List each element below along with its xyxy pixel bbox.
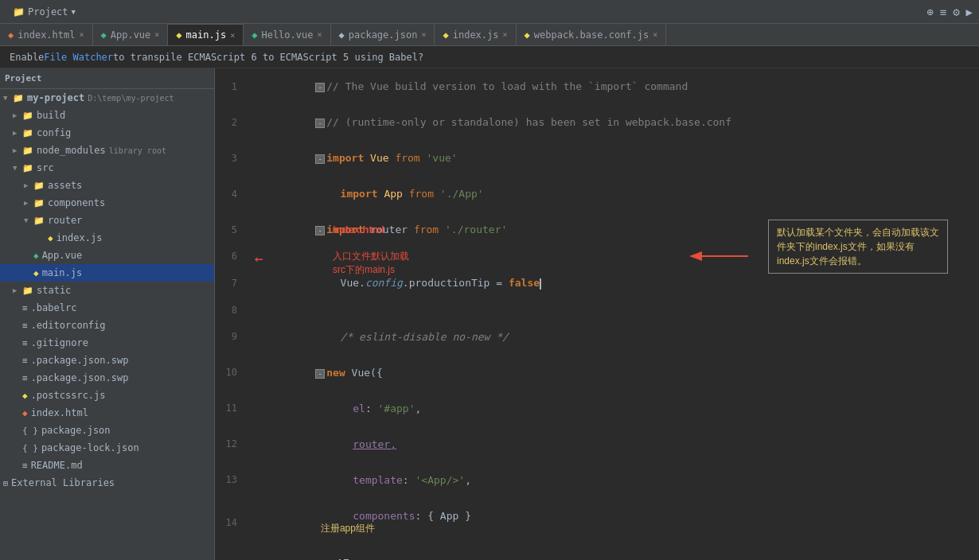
sidebar-item-editorconfig[interactable]: ≡ .editorconfig xyxy=(0,317,214,334)
line-number: 11 xyxy=(215,391,247,426)
expand-arrow: ▶ xyxy=(13,111,22,119)
item-label: index.html xyxy=(31,407,88,418)
item-label: src xyxy=(37,162,54,173)
new-file-icon[interactable]: ⊕ xyxy=(926,6,933,18)
file-icon: ≡ xyxy=(22,321,28,331)
line-content: template: '<App/>', xyxy=(247,462,979,498)
sidebar-item-router[interactable]: ▼ 📁 router xyxy=(0,212,214,229)
json-icon: ◆ xyxy=(339,29,345,41)
project-label[interactable]: 📁 Project ▼ xyxy=(6,6,82,18)
run-icon[interactable]: ▶ xyxy=(966,6,973,18)
external-libraries[interactable]: ⊞ External Libraries xyxy=(0,474,214,492)
close-tab-icon[interactable]: × xyxy=(79,30,84,39)
info-text-before: Enable xyxy=(10,52,44,63)
expand-arrow: ▼ xyxy=(3,94,13,102)
project-dropdown-icon[interactable]: ▼ xyxy=(72,8,76,16)
sidebar-item-readme[interactable]: ≡ README.md xyxy=(0,457,214,474)
sidebar-item-components[interactable]: ▶ 📁 components xyxy=(0,194,214,212)
code-line-1: 1 -// The Vue build version to load with… xyxy=(215,68,979,104)
line-number: 8 xyxy=(215,301,247,319)
sidebar-item-pkg-swp1[interactable]: ≡ .package.json.swp xyxy=(0,352,214,369)
folder-icon: 📁 xyxy=(22,286,33,296)
fold-icon[interactable]: - xyxy=(315,154,325,164)
file-icon: ≡ xyxy=(22,373,28,383)
sidebar-item-build[interactable]: ▶ 📁 build xyxy=(0,107,214,124)
close-tab-icon[interactable]: × xyxy=(503,30,508,39)
sidebar-item-package-lock[interactable]: { } package-lock.json xyxy=(0,439,214,457)
tab-index-html[interactable]: ◆ index.html × xyxy=(0,24,93,46)
sidebar-item-main-js[interactable]: ◆ main.js xyxy=(0,264,214,282)
fold-icon[interactable]: - xyxy=(315,369,325,379)
code-line-9: 9 /* eslint-disable no-new */ xyxy=(215,319,979,355)
folder-icon: 📁 xyxy=(22,111,33,121)
code-line-10: 10 -new Vue({ xyxy=(215,355,979,391)
close-tab-icon[interactable]: × xyxy=(421,30,426,39)
file-icon: ≡ xyxy=(22,338,28,348)
folder-icon: 📁 xyxy=(33,198,45,208)
sidebar-header: Project xyxy=(0,68,214,89)
line-content xyxy=(247,247,979,265)
expand-arrow: ▶ xyxy=(24,199,33,207)
code-line-4: 4 import App from './App' xyxy=(215,176,979,212)
fold-icon[interactable]: - xyxy=(315,226,325,235)
sidebar-item-assets[interactable]: ▶ 📁 assets xyxy=(0,177,214,194)
item-label: package-lock.json xyxy=(41,442,139,453)
folder-icon: 📁 xyxy=(22,146,33,156)
line-number: 2 xyxy=(215,104,247,140)
line-content: /* eslint-disable no-new */ xyxy=(247,319,979,355)
settings-icon[interactable]: ⚙ xyxy=(953,6,959,18)
sidebar-item-src[interactable]: ▼ 📁 src xyxy=(0,159,214,177)
sidebar-item-my-project[interactable]: ▼ 📁 my-project D:\temp\my-project xyxy=(0,89,214,107)
tab-index-js[interactable]: ◆ index.js × xyxy=(435,24,516,46)
line-content: -})▌ xyxy=(247,547,979,561)
code-line-13: 13 template: '<App/>', xyxy=(215,462,979,498)
expand-arrow: ▶ xyxy=(13,146,22,154)
line-number: 15 xyxy=(215,547,247,561)
line-content: components: { App } 注册app组件 xyxy=(247,498,979,547)
code-line-5: 5 -import router from './router' xyxy=(215,212,979,247)
line-number: 5 xyxy=(215,212,247,247)
code-editor[interactable]: 1 -// The Vue build version to load with… xyxy=(215,68,979,560)
code-line-2: 2 -// (runtime-only or standalone) has b… xyxy=(215,104,979,140)
line-content xyxy=(247,301,979,319)
item-label: .gitignore xyxy=(31,337,88,348)
sidebar-item-babelrc[interactable]: ≡ .babelrc xyxy=(0,299,214,317)
sidebar-item-config[interactable]: ▶ 📁 config xyxy=(0,124,214,142)
ext-lib-label: External Libraries xyxy=(11,477,115,488)
close-tab-icon[interactable]: × xyxy=(653,30,657,39)
close-tab-icon[interactable]: × xyxy=(154,30,159,39)
file-watcher-link[interactable]: File Watcher xyxy=(44,52,113,63)
sidebar-item-pkg-swp2[interactable]: ≡ .package.json.swp xyxy=(0,369,214,387)
line-number: 9 xyxy=(215,319,247,355)
item-label: build xyxy=(37,110,65,121)
sidebar-item-index-html[interactable]: ◆ index.html xyxy=(0,404,214,422)
title-bar: 📁 Project ▼ ⊕ ≡ ⚙ ▶ xyxy=(0,0,979,24)
sidebar-item-router-index[interactable]: ◆ index.js xyxy=(0,229,214,247)
sidebar-item-gitignore[interactable]: ≡ .gitignore xyxy=(0,334,214,352)
item-label: .editorconfig xyxy=(31,320,106,331)
tab-webpack-conf[interactable]: ◆ webpack.base.conf.js × xyxy=(517,24,667,46)
fold-icon[interactable]: - xyxy=(315,83,325,92)
tab-main-js[interactable]: ◆ main.js × xyxy=(168,24,244,46)
folder-icon: 📁 xyxy=(33,181,45,191)
sidebar-item-node-modules[interactable]: ▶ 📁 node_modules library root xyxy=(0,142,214,159)
js-icon: ◆ xyxy=(176,29,181,41)
tab-package-json[interactable]: ◆ package.json × xyxy=(331,24,435,46)
sidebar-item-static[interactable]: ▶ 📁 static xyxy=(0,282,214,299)
html-icon: ◆ xyxy=(8,29,14,41)
sidebar-item-package-json[interactable]: { } package.json xyxy=(0,422,214,439)
sidebar-item-app-vue[interactable]: ◆ App.vue xyxy=(0,247,214,264)
code-line-3: 3 -import Vue from 'vue' xyxy=(215,140,979,176)
tab-hello-vue[interactable]: ◆ Hello.vue × xyxy=(244,24,330,46)
fold-icon[interactable]: - xyxy=(315,119,325,128)
close-tab-icon[interactable]: × xyxy=(317,30,322,39)
sync-icon[interactable]: ≡ xyxy=(940,6,946,18)
folder-icon: 📁 xyxy=(13,93,24,103)
sidebar-item-postcssrc[interactable]: ◆ .postcssrc.js xyxy=(0,387,214,404)
line-number: 1 xyxy=(215,68,247,104)
vue-icon: ◆ xyxy=(252,29,257,41)
close-tab-icon[interactable]: × xyxy=(230,31,235,40)
expand-arrow: ▶ xyxy=(24,181,33,189)
line-content: Vue.config.productionTip = false xyxy=(247,265,979,301)
tab-app-vue[interactable]: ◆ App.vue × xyxy=(93,24,169,46)
